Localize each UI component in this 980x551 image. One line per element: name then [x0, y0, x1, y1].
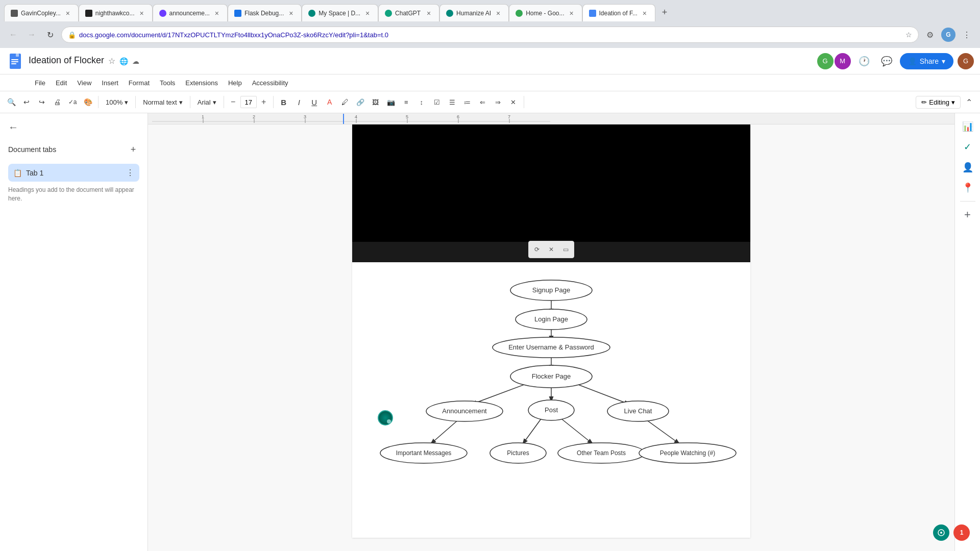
tab-close-ideation[interactable]: ×: [641, 9, 649, 17]
align-button[interactable]: ≡: [399, 95, 413, 109]
tab-github[interactable]: GavinCopley... ×: [4, 4, 79, 21]
menu-help[interactable]: Help: [224, 77, 246, 89]
spellcheck-button[interactable]: ✓a: [65, 95, 80, 109]
profile-button[interactable]: G: [941, 28, 955, 42]
reload-button[interactable]: ↻: [43, 28, 57, 42]
menu-accessibility[interactable]: Accessibility: [248, 77, 292, 89]
tab-close-announce[interactable]: ×: [213, 9, 221, 17]
zoom-dropdown[interactable]: 100% ▾: [102, 96, 132, 108]
font-size-input[interactable]: [240, 96, 257, 108]
tab-announce[interactable]: announceme... ×: [153, 4, 228, 21]
collab-avatar-1[interactable]: G: [817, 53, 834, 69]
font-dropdown[interactable]: Arial ▾: [193, 96, 220, 108]
tab-ideation[interactable]: Ideation of F... ×: [582, 4, 655, 21]
address-bar[interactable]: 🔒 docs.google.com/document/d/17NTxzOPUCT…: [61, 27, 919, 43]
style-dropdown[interactable]: Normal text ▾: [139, 96, 186, 108]
insert-image-button[interactable]: 🖼: [369, 95, 383, 109]
paint-format-button[interactable]: 🎨: [81, 95, 95, 109]
undo-button[interactable]: ↩: [19, 95, 34, 109]
clear-format-button[interactable]: ✕: [506, 95, 521, 109]
sidebar-tab1[interactable]: 📋 Tab 1 ⋮: [8, 164, 139, 182]
image-tool-2[interactable]: ✕: [545, 243, 557, 256]
contacts-icon[interactable]: 👤: [959, 158, 977, 177]
add-tab-button[interactable]: +: [127, 143, 139, 156]
redo-button[interactable]: ↪: [35, 95, 49, 109]
tab-chatgpt[interactable]: ChatGPT ×: [378, 4, 439, 21]
collapse-toolbar-button[interactable]: ⌃: [962, 95, 976, 109]
font-size-decrease[interactable]: −: [227, 96, 239, 108]
menu-edit[interactable]: Edit: [52, 77, 71, 89]
insert-image2-button[interactable]: 📷: [384, 95, 398, 109]
collab-avatar-2[interactable]: M: [835, 53, 851, 69]
tab1-more-icon[interactable]: ⋮: [126, 168, 134, 178]
tab-favicon-myspace: [308, 10, 315, 17]
cloud-icon[interactable]: 🌐: [119, 57, 128, 65]
text-color-button[interactable]: A: [323, 95, 337, 109]
history-button[interactable]: 🕐: [855, 52, 873, 70]
indent-more-button[interactable]: ⇒: [491, 95, 505, 109]
search-toolbar-btn[interactable]: 🔍: [4, 95, 18, 109]
tab-close-github[interactable]: ×: [64, 9, 72, 17]
link-button[interactable]: 🔗: [353, 95, 368, 109]
numbered-list-button[interactable]: ≔: [460, 95, 475, 109]
highlight-button[interactable]: 🖊: [338, 95, 352, 109]
tab-close-myspace[interactable]: ×: [363, 9, 372, 17]
tab-flask[interactable]: Flask Debug... ×: [228, 4, 302, 21]
more-button[interactable]: ⋮: [960, 28, 974, 42]
menu-format[interactable]: Format: [125, 77, 154, 89]
add-plugin-icon[interactable]: +: [959, 206, 977, 224]
notif-badge-red[interactable]: 1: [953, 524, 970, 541]
italic-button[interactable]: I: [292, 95, 306, 109]
tab-myspace[interactable]: My Space | D... ×: [302, 4, 378, 21]
maps-icon[interactable]: 📍: [959, 179, 977, 197]
tab-close-chatgpt[interactable]: ×: [425, 9, 433, 17]
doc-title[interactable]: Ideation of Flocker: [29, 55, 104, 66]
extensions-button[interactable]: ⚙: [923, 28, 937, 42]
tab-close-humanize[interactable]: ×: [494, 9, 502, 17]
comments-button[interactable]: 💬: [877, 52, 896, 70]
bookmark-icon[interactable]: ☆: [905, 31, 912, 39]
image-tool-1[interactable]: ⟳: [531, 243, 543, 256]
bold-button[interactable]: B: [277, 95, 291, 109]
tab-favicon-ideation: [589, 10, 596, 17]
bullet-list-button[interactable]: ☰: [445, 95, 459, 109]
underline-button[interactable]: U: [307, 95, 322, 109]
svg-point-55: [940, 532, 942, 534]
tab-title-ideation: Ideation of F...: [599, 10, 638, 17]
editing-mode-dropdown[interactable]: ✏ Editing ▾: [916, 96, 961, 109]
document-area[interactable]: 1 2 3 4 5 6 7: [148, 113, 954, 551]
menu-file[interactable]: File: [31, 77, 50, 89]
line-spacing-button[interactable]: ↕: [414, 95, 429, 109]
new-tab-button[interactable]: +: [657, 5, 672, 19]
svg-line-27: [572, 382, 629, 404]
share-button[interactable]: 👤 Share ▾: [900, 53, 953, 69]
menu-extensions[interactable]: Extensions: [181, 77, 222, 89]
tab-close-home[interactable]: ×: [568, 9, 576, 17]
profile-avatar[interactable]: G: [941, 28, 955, 42]
forward-button[interactable]: →: [24, 28, 39, 42]
menu-insert[interactable]: Insert: [97, 77, 122, 89]
checklist-button[interactable]: ☑: [430, 95, 444, 109]
indent-less-button[interactable]: ⇐: [476, 95, 490, 109]
tab-humanize[interactable]: Humanize AI ×: [439, 4, 509, 21]
image-tool-3[interactable]: ▭: [559, 243, 572, 256]
saved-icon[interactable]: ☁: [132, 57, 139, 65]
tab-home-google[interactable]: Home - Goo... ×: [509, 4, 582, 21]
edit-pencil-icon: ✏: [921, 98, 927, 106]
smart-chip-icon[interactable]: 📊: [959, 117, 977, 136]
tab-nighthawk[interactable]: nighthawkco... ×: [79, 4, 153, 21]
tab-close-nighthawk[interactable]: ×: [138, 9, 146, 17]
tasks-icon[interactable]: ✓: [959, 138, 977, 156]
tab-close-flask[interactable]: ×: [287, 9, 295, 17]
star-icon[interactable]: ☆: [108, 56, 115, 66]
user-avatar[interactable]: G: [958, 53, 974, 69]
svg-text:Pictures: Pictures: [507, 449, 529, 457]
notif-badge-green[interactable]: [933, 524, 949, 541]
back-button[interactable]: ←: [6, 28, 20, 42]
menu-view[interactable]: View: [73, 77, 95, 89]
sidebar-back-button[interactable]: ←: [8, 121, 139, 133]
font-size-increase[interactable]: +: [258, 96, 270, 108]
print-button[interactable]: 🖨: [50, 95, 64, 109]
embedded-image[interactable]: ⟳ ✕ ▭: [352, 124, 750, 262]
menu-tools[interactable]: Tools: [156, 77, 179, 89]
